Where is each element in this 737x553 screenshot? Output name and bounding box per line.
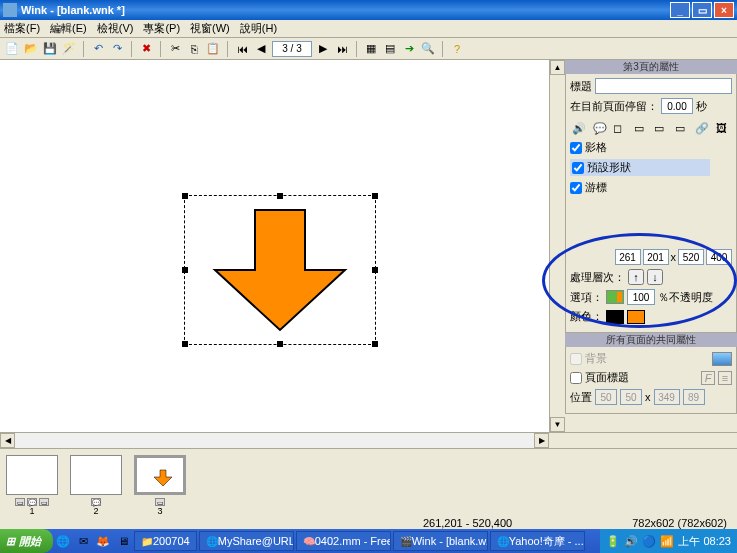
stay-input[interactable] bbox=[661, 98, 693, 114]
page-indicator[interactable]: 3 / 3 bbox=[272, 41, 312, 57]
paste-icon[interactable]: 📋 bbox=[205, 41, 221, 57]
export-icon[interactable]: ➔ bbox=[401, 41, 417, 57]
thumbnail-1[interactable]: ▭💬▭ 1 bbox=[4, 455, 60, 516]
new-icon[interactable]: 📄 bbox=[4, 41, 20, 57]
task-item-2[interactable]: 🌐 MyShare@URL... bbox=[199, 531, 294, 551]
stay-label: 在目前頁面停留： bbox=[570, 99, 658, 114]
cpos-y bbox=[620, 389, 642, 405]
sound-icon[interactable]: 🔊 bbox=[572, 122, 587, 136]
scroll-left-icon[interactable]: ◀ bbox=[0, 433, 15, 448]
common-properties-title: 所有頁面的共同屬性 bbox=[565, 333, 737, 347]
pos-x-input[interactable] bbox=[615, 249, 641, 265]
system-tray[interactable]: 🔋 🔊 🔵 📶 上午 08:23 bbox=[600, 529, 737, 553]
save-icon[interactable]: 💾 bbox=[42, 41, 58, 57]
color-swatch-1[interactable] bbox=[606, 310, 624, 324]
last-icon[interactable]: ⏭ bbox=[334, 41, 350, 57]
image-icon[interactable]: 🖼 bbox=[716, 122, 731, 136]
wand-icon[interactable]: 🪄 bbox=[61, 41, 77, 57]
cb-frame[interactable] bbox=[570, 142, 582, 154]
tray-time: 上午 08:23 bbox=[678, 534, 731, 549]
pos-sep: x bbox=[671, 251, 677, 263]
scroll-down-icon[interactable]: ▼ bbox=[550, 417, 565, 432]
title-input[interactable] bbox=[595, 78, 732, 94]
cut-icon[interactable]: ✂ bbox=[167, 41, 183, 57]
option-label: 選項： bbox=[570, 290, 603, 305]
cb-background-label: 背景 bbox=[585, 351, 607, 366]
canvas[interactable] bbox=[0, 60, 549, 432]
start-button[interactable]: ⊞開始 bbox=[0, 529, 53, 553]
btn3-icon[interactable]: ▭ bbox=[675, 122, 690, 136]
prev-icon[interactable]: ◀ bbox=[253, 41, 269, 57]
title-label: 標題 bbox=[570, 79, 592, 94]
pos-h-input[interactable] bbox=[706, 249, 732, 265]
color-swatch-2[interactable] bbox=[627, 310, 645, 324]
option-toggle[interactable] bbox=[606, 290, 624, 304]
ql-mail-icon[interactable]: ✉ bbox=[74, 532, 92, 550]
menu-file[interactable]: 檔案(F) bbox=[4, 21, 40, 36]
redo-icon[interactable]: ↷ bbox=[109, 41, 125, 57]
scroll-right-icon[interactable]: ▶ bbox=[534, 433, 549, 448]
layer-up-button[interactable]: ↑ bbox=[628, 269, 644, 285]
status-coords: 261,201 - 520,400 bbox=[423, 517, 512, 529]
opacity-input[interactable] bbox=[627, 289, 655, 305]
next-icon[interactable]: ▶ bbox=[315, 41, 331, 57]
task-item-3[interactable]: 🧠 0402.mm - Free... bbox=[296, 531, 391, 551]
align-button[interactable]: ≡ bbox=[718, 371, 732, 385]
cb-pagetitle[interactable] bbox=[570, 372, 582, 384]
scroll-up-icon[interactable]: ▲ bbox=[550, 60, 565, 75]
link-icon[interactable]: 🔗 bbox=[695, 122, 710, 136]
doc1-icon[interactable]: ▦ bbox=[363, 41, 379, 57]
pos-w-input[interactable] bbox=[678, 249, 704, 265]
menu-edit[interactable]: 編輯(E) bbox=[50, 21, 87, 36]
background-swatch[interactable] bbox=[712, 352, 732, 366]
shape-selection[interactable] bbox=[184, 195, 376, 345]
ql-firefox-icon[interactable]: 🦊 bbox=[94, 532, 112, 550]
horizontal-scrollbar[interactable]: ◀ ▶ bbox=[0, 432, 737, 448]
ql-ie-icon[interactable]: 🌐 bbox=[54, 532, 72, 550]
layer-down-button[interactable]: ↓ bbox=[647, 269, 663, 285]
shape-icon[interactable]: ◻ bbox=[613, 122, 628, 136]
menu-project[interactable]: 專案(P) bbox=[143, 21, 180, 36]
menu-window[interactable]: 視窗(W) bbox=[190, 21, 230, 36]
first-icon[interactable]: ⏮ bbox=[234, 41, 250, 57]
tray-icon-1[interactable]: 🔋 bbox=[606, 535, 620, 548]
down-arrow-shape[interactable] bbox=[210, 205, 350, 335]
delete-icon[interactable]: ✖ bbox=[138, 41, 154, 57]
cpos-x bbox=[595, 389, 617, 405]
thumbnail-2[interactable]: 💬 2 bbox=[68, 455, 124, 516]
window-title: Wink - [blank.wnk *] bbox=[21, 4, 668, 16]
thumbnail-3[interactable]: ▭ 3 bbox=[132, 455, 188, 516]
btn1-icon[interactable]: ▭ bbox=[634, 122, 649, 136]
task-item-5[interactable]: 🌐 Yahoo!奇摩 - ... bbox=[490, 531, 585, 551]
cb-cursor[interactable] bbox=[570, 182, 582, 194]
menu-view[interactable]: 檢視(V) bbox=[97, 21, 134, 36]
cb-default-shape[interactable] bbox=[572, 162, 584, 174]
color-label: 顏色： bbox=[570, 309, 603, 324]
minimize-button[interactable]: _ bbox=[670, 2, 690, 18]
task-item-1[interactable]: 📁 200704 bbox=[134, 531, 197, 551]
font-button[interactable]: F bbox=[701, 371, 715, 385]
btn2-icon[interactable]: ▭ bbox=[654, 122, 669, 136]
menu-help[interactable]: 說明(H) bbox=[240, 21, 277, 36]
balloon-icon[interactable]: 💬 bbox=[593, 122, 608, 136]
common-pos-label: 位置 bbox=[570, 390, 592, 405]
doc2-icon[interactable]: ▤ bbox=[382, 41, 398, 57]
maximize-button[interactable]: ▭ bbox=[692, 2, 712, 18]
close-button[interactable]: × bbox=[714, 2, 734, 18]
undo-icon[interactable]: ↶ bbox=[90, 41, 106, 57]
status-bar: 261,201 - 520,400 782x602 (782x602) bbox=[0, 516, 737, 529]
tray-icon-4[interactable]: 📶 bbox=[660, 535, 674, 548]
cpos-w bbox=[654, 389, 680, 405]
tray-icon-2[interactable]: 🔊 bbox=[624, 535, 638, 548]
help-icon[interactable]: ? bbox=[449, 41, 465, 57]
tray-icon-3[interactable]: 🔵 bbox=[642, 535, 656, 548]
task-item-4[interactable]: 🎬 Wink - [blank.w... bbox=[393, 531, 488, 551]
pos-y-input[interactable] bbox=[643, 249, 669, 265]
cb-cursor-label: 游標 bbox=[585, 180, 607, 195]
vertical-scrollbar[interactable]: ▲ ▼ bbox=[549, 60, 565, 432]
title-bar: Wink - [blank.wnk *] _ ▭ × bbox=[0, 0, 737, 20]
ql-desktop-icon[interactable]: 🖥 bbox=[114, 532, 132, 550]
copy-icon[interactable]: ⎘ bbox=[186, 41, 202, 57]
open-icon[interactable]: 📂 bbox=[23, 41, 39, 57]
preview-icon[interactable]: 🔍 bbox=[420, 41, 436, 57]
